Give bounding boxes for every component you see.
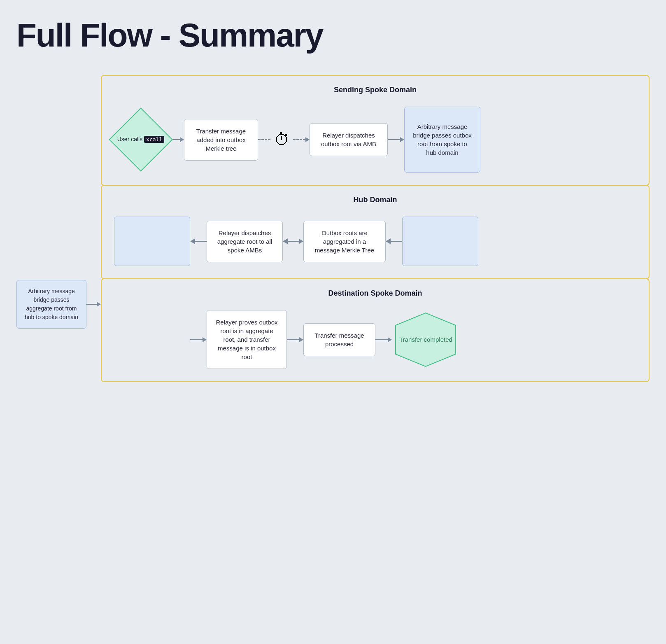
page-title: Full Flow - Summary	[16, 16, 650, 54]
sending-domain-label: Sending Spoke Domain	[114, 86, 636, 94]
arb-msg-spoke-to-hub: Arbitrary message bridge passes outbox r…	[404, 107, 480, 173]
outbox-aggregated-box: Outbox roots are aggregated in a message…	[303, 221, 386, 262]
relayer-aggregate-box: Relayer dispatches aggregate root to all…	[207, 221, 283, 262]
relayer-dispatches-box: Relayer dispatches outbox root via AMB	[310, 123, 388, 156]
sending-spoke-domain: Sending Spoke Domain User calls xcall	[101, 75, 650, 186]
relayer-proves-box: Relayer proves outbox root is in aggrega…	[207, 310, 287, 369]
transfer-processed-box: Transfer message processed	[303, 323, 375, 356]
outbox-merkle-box: Transfer message added into outbox Merkl…	[184, 119, 258, 161]
destination-domain-label: Destination Spoke Domain	[114, 289, 636, 298]
flow-diagram: Arbitrary message bridge passes aggregat…	[16, 75, 650, 382]
hub-domain: Hub Domain Relayer dispatches aggregate	[101, 185, 650, 279]
hub-right-blue-box	[402, 217, 478, 266]
hub-left-blue-box	[114, 217, 190, 266]
xcall-diamond: User calls xcall	[114, 113, 168, 166]
hub-domain-label: Hub Domain	[114, 196, 636, 204]
destination-spoke-domain: Destination Spoke Domain Relayer proves …	[101, 278, 650, 382]
arb-msg-hub-to-spoke: Arbitrary message bridge passes aggregat…	[16, 280, 86, 329]
clock-icon: ⏱	[270, 132, 293, 147]
transfer-completed-hexagon: Transfer completed	[392, 311, 460, 369]
